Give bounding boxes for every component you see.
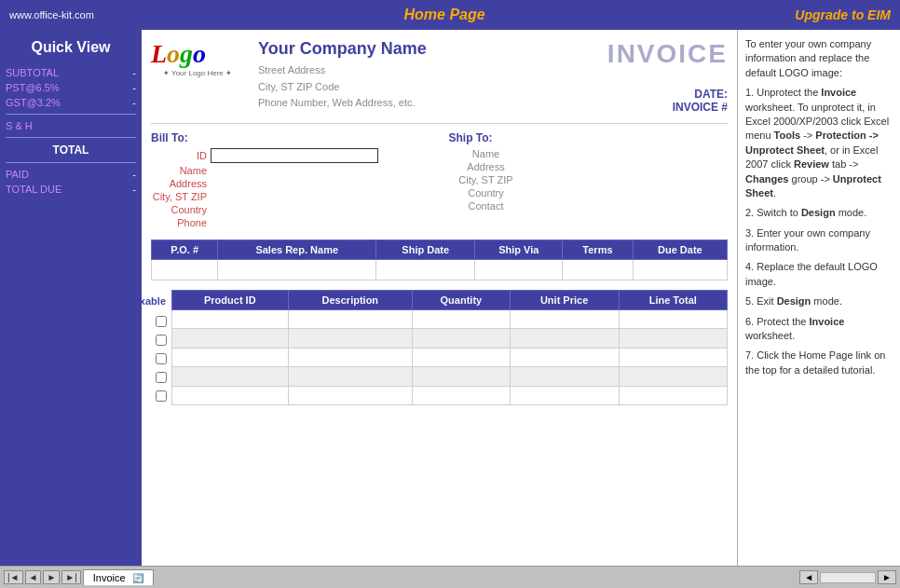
company-city: City, ST ZIP Code — [258, 79, 427, 96]
po-col-ship-date: Ship Date — [376, 240, 475, 260]
divider-3 — [6, 162, 136, 163]
product-cell-r4-c0[interactable] — [172, 386, 289, 404]
product-cell-r3-c2[interactable] — [413, 367, 511, 386]
total-due-value: - — [132, 184, 136, 195]
po-cell-sales[interactable] — [218, 260, 376, 280]
product-cell-r0-c3[interactable] — [510, 310, 619, 329]
divider-1 — [6, 114, 136, 115]
sheet-tab-invoice[interactable]: Invoice 🔄 — [83, 569, 154, 585]
pst-value: - — [132, 82, 136, 93]
product-col-qty: Quantity — [413, 291, 511, 310]
site-url: www.office-kit.com — [9, 9, 94, 21]
scroll-left-btn[interactable]: ◄ — [799, 570, 818, 584]
product-cell-r3-c3[interactable] — [510, 367, 619, 386]
quick-view-label: Quick View — [6, 39, 136, 56]
bill-id-input[interactable] — [211, 148, 378, 163]
taxable-checkbox-3[interactable] — [156, 353, 167, 364]
company-address: Street Address — [258, 62, 427, 79]
product-cell-r2-c4[interactable] — [619, 348, 727, 366]
pst-label: PST@6.5% — [6, 82, 60, 93]
taxable-checkbox-2[interactable] — [156, 335, 167, 346]
company-name: Your Company Name — [258, 39, 427, 59]
sidebar: Quick View SUBTOTAL - PST@6.5% - GST@3.2… — [0, 30, 142, 566]
help-step-7: 7. Click the Home Page link on the top f… — [745, 349, 893, 377]
po-cell-terms[interactable] — [563, 260, 633, 280]
taxable-checkbox-1[interactable] — [156, 316, 167, 327]
inv-date-area: DATE: INVOICE # — [607, 88, 728, 114]
product-cell-r3-c4[interactable] — [619, 367, 727, 386]
scroll-right-btn[interactable]: ► — [878, 570, 896, 584]
po-cell-po[interactable] — [152, 260, 218, 280]
po-data-row — [152, 260, 728, 280]
bill-to-title: Bill To: — [151, 131, 430, 144]
product-cell-r1-c1[interactable] — [288, 329, 412, 348]
po-table: P.O. # Sales Rep. Name Ship Date Ship Vi… — [151, 239, 728, 280]
ship-address-row: Address — [449, 161, 729, 172]
invoice-title-area: INVOICE DATE: INVOICE # — [607, 39, 728, 114]
tab-nav-prev[interactable]: ◄ — [25, 570, 42, 584]
table-row — [172, 348, 728, 366]
ship-name-row: Name — [449, 148, 729, 159]
product-cell-r0-c4[interactable] — [619, 310, 727, 329]
product-cell-r2-c3[interactable] — [510, 348, 619, 366]
ship-contact-label: Contact — [449, 200, 524, 212]
logo-sub: ✦ Your Logo Here ✦ — [151, 69, 244, 77]
product-cell-r0-c0[interactable] — [172, 310, 289, 329]
tab-nav-first[interactable]: |◄ — [4, 570, 23, 584]
bill-id-label: ID — [151, 150, 207, 161]
scroll-track[interactable] — [820, 572, 876, 583]
home-page-link[interactable]: Home Page — [404, 7, 485, 23]
product-cell-r4-c3[interactable] — [510, 386, 619, 404]
po-cell-ship-via[interactable] — [475, 260, 563, 280]
sheet-tab-label: Invoice — [93, 572, 126, 583]
product-cell-r2-c1[interactable] — [288, 348, 412, 366]
company-phone: Phone Number, Web Address, etc. — [258, 95, 427, 112]
bill-section: Bill To: ID Name Address City, ST ZIP — [151, 131, 430, 230]
bill-name-label: Name — [151, 165, 207, 176]
product-col-desc: Description — [288, 291, 412, 310]
total-due-label: TOTAL DUE — [6, 184, 61, 195]
product-cell-r1-c4[interactable] — [619, 329, 727, 348]
logo-area: Logo ✦ Your Logo Here ✦ — [151, 39, 244, 104]
product-cell-r4-c2[interactable] — [413, 386, 511, 404]
taxable-label: Taxable — [142, 295, 166, 307]
ship-contact-row: Contact — [449, 200, 729, 212]
product-cell-r4-c1[interactable] — [288, 386, 412, 404]
invoice-header: Logo ✦ Your Logo Here ✦ Your Company Nam… — [151, 39, 728, 114]
tab-nav-last[interactable]: ►| — [61, 570, 81, 584]
bill-phone-row: Phone — [151, 217, 430, 228]
product-cell-r4-c4[interactable] — [619, 386, 727, 404]
upgrade-link[interactable]: Upgrade to EIM — [795, 7, 891, 22]
subtotal-label: SUBTOTAL — [6, 67, 59, 78]
subtotal-value: - — [132, 67, 136, 78]
ship-section: Ship To: Name Address City, ST ZIP Count… — [449, 131, 729, 230]
help-step-2: 2. Switch to Design mode. — [745, 206, 893, 220]
taxable-col: Taxable — [151, 290, 171, 405]
bill-country-label: Country — [151, 204, 207, 215]
product-col-price: Unit Price — [510, 291, 619, 310]
product-cell-r2-c0[interactable] — [172, 348, 289, 366]
product-cell-r1-c0[interactable] — [172, 329, 289, 348]
product-cell-r2-c2[interactable] — [413, 348, 511, 366]
product-cell-r0-c1[interactable] — [288, 310, 412, 329]
ship-city-label: City, ST ZIP — [449, 174, 524, 185]
table-row — [172, 367, 728, 386]
product-cell-r1-c3[interactable] — [510, 329, 619, 348]
product-cell-r3-c1[interactable] — [288, 367, 412, 386]
po-cell-ship-date[interactable] — [376, 260, 475, 280]
gst-value: - — [132, 97, 136, 108]
sidebar-total-due: TOTAL DUE - — [6, 184, 136, 195]
taxable-checkbox-4[interactable] — [156, 372, 167, 383]
po-cell-due-date[interactable] — [633, 260, 727, 280]
paid-value: - — [132, 169, 136, 180]
po-col-ship-via: Ship Via — [475, 240, 563, 260]
product-cell-r1-c2[interactable] — [413, 329, 511, 348]
main-layout: Quick View SUBTOTAL - PST@6.5% - GST@3.2… — [0, 30, 900, 566]
product-cell-r0-c2[interactable] — [413, 310, 511, 329]
help-step-6: 6. Protect the Invoice worksheet. — [745, 315, 893, 344]
bill-address-label: Address — [151, 178, 207, 189]
taxable-checkbox-5[interactable] — [156, 390, 167, 402]
tab-nav-next[interactable]: ► — [43, 570, 60, 584]
product-cell-r3-c0[interactable] — [172, 367, 289, 386]
sidebar-subtotal: SUBTOTAL - — [6, 67, 136, 78]
